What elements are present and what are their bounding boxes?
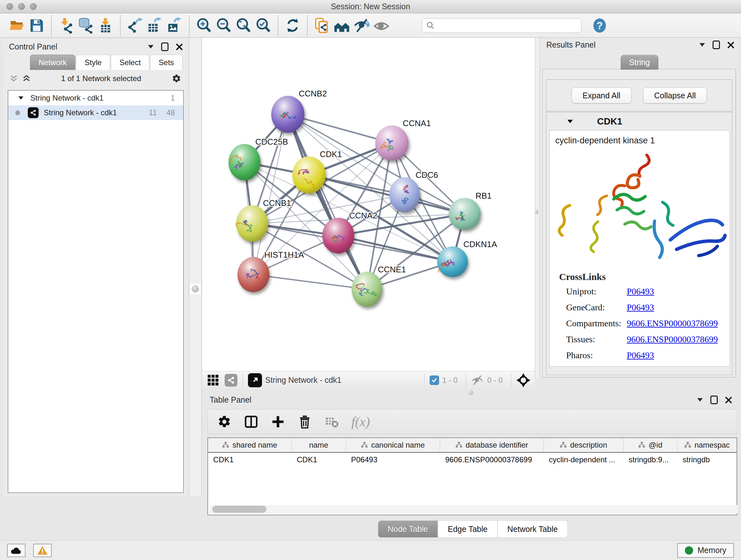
selected-checkbox-icon[interactable] <box>429 375 439 385</box>
close-panel-icon[interactable] <box>725 397 732 403</box>
tab-style[interactable]: Style <box>76 55 110 70</box>
memory-button[interactable]: Memory <box>677 543 734 558</box>
column-type-icon <box>222 442 229 449</box>
network-selection-status: 1 of 1 Network selected <box>30 74 172 83</box>
left-splitter-handle[interactable] <box>190 284 201 294</box>
zoom-selected-button[interactable] <box>253 16 273 36</box>
tab-node-table[interactable]: Node Table <box>378 520 438 538</box>
table-options-gear-icon[interactable] <box>217 415 231 429</box>
expand-all-icon[interactable] <box>22 75 30 82</box>
column-header[interactable]: description <box>544 438 623 452</box>
crosslink-link[interactable]: 9606.ENSP00000378699 <box>627 331 718 348</box>
column-header[interactable]: namespac <box>677 438 737 452</box>
warnings-button[interactable] <box>33 544 52 557</box>
panel-menu-icon[interactable] <box>697 398 703 401</box>
column-header[interactable]: canonical name <box>346 438 440 452</box>
crosslink-link[interactable]: P06493 <box>627 300 654 315</box>
warning-icon <box>37 546 48 555</box>
horizontal-scrollbar[interactable] <box>210 505 738 513</box>
column-header[interactable]: name <box>292 438 346 452</box>
export-network-button[interactable] <box>125 16 145 36</box>
export-image-button[interactable] <box>165 16 185 36</box>
left-splitter[interactable] <box>189 38 202 496</box>
zoom-fit-button[interactable] <box>233 16 253 36</box>
node-label-HIST1H1A: HIST1H1A <box>264 250 304 260</box>
node-label-CCNA2: CCNA2 <box>349 211 377 220</box>
search-field[interactable] <box>422 18 582 33</box>
tab-network-table[interactable]: Network Table <box>497 520 568 538</box>
edge-count: 48 <box>166 108 175 117</box>
search-icon <box>426 21 435 30</box>
cloud-services-button[interactable] <box>7 544 25 557</box>
close-panel-icon[interactable] <box>728 42 734 48</box>
tab-select[interactable]: Select <box>111 55 149 70</box>
zoom-window-icon[interactable] <box>30 3 37 10</box>
delete-column-trash-icon[interactable] <box>298 415 312 429</box>
network-status-dot <box>15 111 20 115</box>
collapse-all-button[interactable]: Collapse All <box>643 87 707 104</box>
tab-string[interactable]: String <box>621 55 658 70</box>
save-session-button[interactable] <box>27 16 47 36</box>
pan-crosshair-icon[interactable] <box>516 373 530 387</box>
collection-label: String Network - cdk1 <box>30 94 104 103</box>
import-table-button[interactable] <box>96 16 116 36</box>
node-label-CCNA1: CCNA1 <box>403 118 431 128</box>
crosslink-link[interactable]: P06493 <box>627 348 654 363</box>
table-row[interactable]: CDK1 CDK1 P06493 9606.ENSP00000378699 cy… <box>208 453 737 467</box>
zoom-out-button[interactable] <box>214 16 233 36</box>
crosslink-link[interactable]: P06493 <box>627 284 654 300</box>
duplicate-network-button[interactable] <box>312 16 332 36</box>
close-window-icon[interactable] <box>6 3 13 10</box>
hide-selected-button[interactable] <box>352 16 372 36</box>
zoom-in-button[interactable] <box>194 16 214 36</box>
node-label-CDK1: CDK1 <box>320 149 342 159</box>
scrollbar-thumb[interactable] <box>212 506 266 513</box>
eye-icon <box>374 17 389 34</box>
import-network-button[interactable] <box>56 16 76 36</box>
panel-menu-icon[interactable] <box>699 43 705 47</box>
apply-layout-button[interactable] <box>283 16 302 36</box>
search-input[interactable] <box>435 21 576 30</box>
close-panel-icon[interactable] <box>176 44 183 50</box>
home-button[interactable] <box>332 16 352 36</box>
minimize-window-icon[interactable] <box>18 3 25 10</box>
show-all-button[interactable] <box>372 16 391 36</box>
separator <box>511 373 511 387</box>
float-panel-icon[interactable] <box>713 41 720 49</box>
results-button-row: Expand All Collapse All <box>546 79 732 111</box>
float-panel-icon[interactable] <box>711 395 718 404</box>
tab-edge-table[interactable]: Edge Table <box>438 520 497 538</box>
network-collection-row[interactable]: String Network - cdk1 1 <box>8 91 183 105</box>
network-view-icon[interactable] <box>225 374 238 387</box>
open-session-button[interactable] <box>7 16 27 36</box>
expand-all-button[interactable]: Expand All <box>571 87 631 104</box>
entry-expander-icon[interactable] <box>567 120 573 123</box>
tab-network[interactable]: Network <box>30 55 75 70</box>
panel-menu-icon[interactable] <box>148 45 153 49</box>
help-button[interactable]: ? <box>590 16 610 36</box>
column-header[interactable]: database identifier <box>440 438 544 452</box>
show-columns-icon[interactable] <box>244 415 258 429</box>
float-panel-icon[interactable] <box>161 43 169 51</box>
collection-expander-icon[interactable] <box>18 97 23 100</box>
detach-view-icon[interactable] <box>248 373 262 387</box>
gear-icon[interactable] <box>172 74 181 83</box>
node-count: 11 <box>149 108 157 117</box>
export-table-button[interactable] <box>145 16 165 36</box>
traffic-lights[interactable] <box>6 3 37 10</box>
home-icon <box>334 17 350 34</box>
network-row[interactable]: String Network - cdk1 11 48 <box>8 105 183 120</box>
collapse-all-icon[interactable] <box>10 75 18 82</box>
grid-view-icon[interactable] <box>207 374 219 387</box>
network-type-icon <box>28 107 39 118</box>
create-column-plus-icon[interactable] <box>271 415 285 429</box>
import-network-from-database-button[interactable] <box>76 16 96 36</box>
crosslink-link[interactable]: 9606.ENSP00000378699 <box>627 315 718 331</box>
right-splitter[interactable] <box>535 38 540 379</box>
column-header[interactable]: shared name <box>208 438 292 452</box>
export-table-icon <box>147 17 163 34</box>
column-header[interactable]: @id <box>623 438 677 452</box>
separator <box>243 373 243 387</box>
tab-sets[interactable]: Sets <box>150 55 183 70</box>
network-canvas[interactable]: CCNB2CCNA1CDC25BCDK1CDC6RB1CCNB1CCNA2CDK… <box>202 38 535 371</box>
